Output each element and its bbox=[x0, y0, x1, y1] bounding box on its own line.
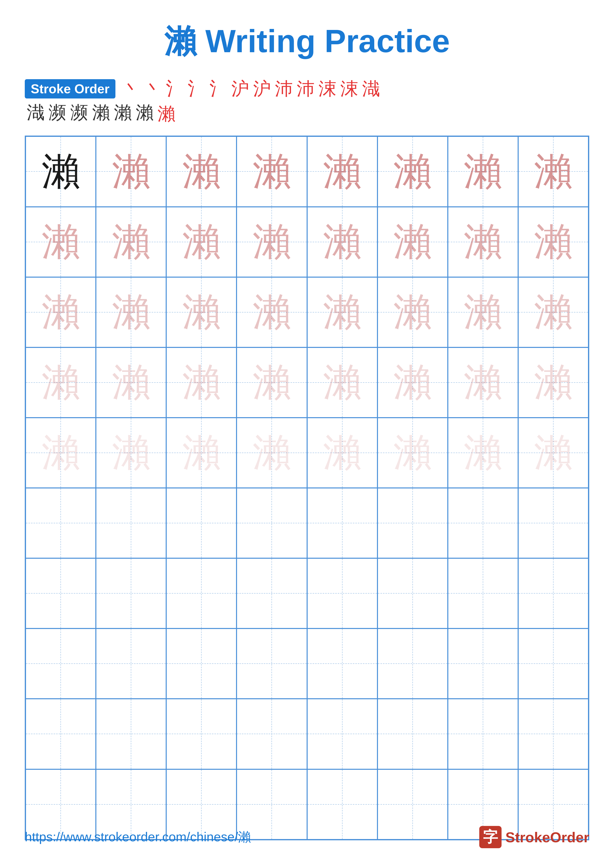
title-rest: Writing Practice bbox=[196, 23, 450, 59]
practice-char: 瀨 bbox=[253, 146, 291, 197]
grid-row-2: 瀨 瀨 瀨 瀨 瀨 瀨 瀨 瀨 bbox=[25, 207, 589, 277]
grid-cell: 瀨 bbox=[378, 136, 448, 207]
grid-cell: 瀨 bbox=[166, 418, 236, 488]
grid-cell: 瀨 bbox=[378, 277, 448, 347]
grid-cell: 瀨 bbox=[166, 277, 236, 347]
logo-char: 字 bbox=[483, 827, 498, 847]
grid-cell: 瀨 bbox=[448, 277, 518, 347]
practice-char: 瀨 bbox=[112, 216, 150, 268]
stroke-s8: 沛 bbox=[275, 78, 293, 99]
grid-cell: 瀨 bbox=[448, 207, 518, 277]
grid-cell bbox=[96, 558, 166, 628]
practice-char: 瀨 bbox=[323, 427, 361, 479]
grid-row-1: 瀨 瀨 瀨 瀨 瀨 瀨 瀨 瀨 bbox=[25, 136, 589, 207]
grid-cell: 瀨 bbox=[25, 277, 96, 347]
stroke-s2: 丶 bbox=[144, 78, 162, 99]
grid-cell bbox=[166, 488, 236, 558]
stroke-r2-s2: 濒 bbox=[48, 102, 66, 126]
practice-char: 瀨 bbox=[464, 146, 502, 197]
footer-url: https://www.strokeorder.com/chinese/瀨 bbox=[25, 828, 251, 846]
grid-row-4: 瀨 瀨 瀨 瀨 瀨 瀨 瀨 瀨 bbox=[25, 347, 589, 418]
grid-cell bbox=[236, 558, 307, 628]
grid-cell: 瀨 bbox=[518, 207, 589, 277]
grid-cell bbox=[166, 628, 236, 699]
practice-grid: 瀨 瀨 瀨 瀨 瀨 瀨 瀨 瀨 瀨 瀨 瀨 瀨 瀨 瀨 瀨 瀨 瀨 瀨 瀨 瀨 … bbox=[25, 136, 589, 840]
practice-char: 瀨 bbox=[182, 216, 221, 268]
grid-cell: 瀨 bbox=[166, 207, 236, 277]
stroke-r2-s6: 瀨 bbox=[136, 102, 154, 126]
grid-row-6 bbox=[25, 488, 589, 558]
practice-char: 瀨 bbox=[253, 427, 291, 479]
stroke-s3: 氵 bbox=[166, 78, 184, 99]
practice-char: 瀨 bbox=[182, 146, 221, 197]
grid-cell: 瀨 bbox=[518, 418, 589, 488]
stroke-chars-row1: 丶 丶 氵 氵 氵 沪 沪 沛 沛 涑 涑 渽 bbox=[120, 78, 382, 99]
grid-cell bbox=[166, 558, 236, 628]
grid-cell: 瀨 bbox=[236, 277, 307, 347]
logo-order: Order bbox=[550, 829, 589, 845]
practice-char: 瀨 bbox=[464, 286, 502, 338]
practice-char: 瀨 bbox=[42, 216, 80, 268]
stroke-order-badge: Stroke Order bbox=[25, 79, 115, 98]
practice-char: 瀨 bbox=[393, 356, 432, 408]
grid-cell bbox=[25, 628, 96, 699]
grid-cell bbox=[518, 699, 589, 769]
grid-cell: 瀨 bbox=[236, 136, 307, 207]
stroke-s4: 氵 bbox=[188, 78, 205, 99]
logo-stroke: Stroke bbox=[505, 829, 550, 845]
stroke-r2-s5: 瀨 bbox=[114, 102, 132, 126]
practice-char: 瀨 bbox=[534, 427, 572, 479]
practice-char: 瀨 bbox=[112, 356, 150, 408]
grid-cell: 瀨 bbox=[518, 347, 589, 418]
grid-cell: 瀨 bbox=[307, 207, 378, 277]
grid-cell: 瀨 bbox=[307, 136, 378, 207]
grid-cell bbox=[518, 488, 589, 558]
stroke-s11: 涑 bbox=[340, 78, 358, 99]
practice-char: 瀨 bbox=[464, 356, 502, 408]
grid-cell bbox=[307, 558, 378, 628]
page-title: 瀨 Writing Practice bbox=[164, 20, 450, 64]
title-char: 瀨 bbox=[164, 23, 196, 59]
grid-cell: 瀨 bbox=[96, 418, 166, 488]
footer-logo: 字 StrokeOrder bbox=[479, 826, 589, 848]
practice-char: 瀨 bbox=[464, 216, 502, 268]
practice-char: 瀨 bbox=[42, 427, 80, 479]
grid-cell bbox=[378, 488, 448, 558]
grid-cell bbox=[307, 628, 378, 699]
practice-char: 瀨 bbox=[393, 286, 432, 338]
practice-char: 瀨 bbox=[42, 146, 80, 197]
practice-char: 瀨 bbox=[42, 356, 80, 408]
stroke-s1: 丶 bbox=[122, 78, 140, 99]
grid-cell: 瀨 bbox=[307, 418, 378, 488]
grid-cell bbox=[307, 488, 378, 558]
grid-cell: 瀨 bbox=[236, 418, 307, 488]
practice-char: 瀨 bbox=[253, 356, 291, 408]
practice-char: 瀨 bbox=[182, 427, 221, 479]
stroke-r2-s3: 濒 bbox=[70, 102, 88, 126]
practice-char: 瀨 bbox=[534, 146, 572, 197]
grid-cell bbox=[25, 699, 96, 769]
practice-char: 瀨 bbox=[534, 356, 572, 408]
grid-cell bbox=[96, 628, 166, 699]
grid-cell: 瀨 bbox=[25, 418, 96, 488]
stroke-s7: 沪 bbox=[253, 78, 271, 99]
grid-cell bbox=[25, 488, 96, 558]
grid-cell: 瀨 bbox=[25, 136, 96, 207]
stroke-s6: 沪 bbox=[231, 78, 249, 99]
grid-cell: 瀨 bbox=[378, 207, 448, 277]
logo-text: StrokeOrder bbox=[505, 829, 589, 845]
grid-cell: 瀨 bbox=[448, 136, 518, 207]
stroke-order-row2: 渽 濒 濒 瀨 瀨 瀨 瀨 bbox=[25, 102, 589, 126]
practice-char: 瀨 bbox=[323, 216, 361, 268]
grid-cell bbox=[448, 488, 518, 558]
practice-char: 瀨 bbox=[182, 356, 221, 408]
grid-cell: 瀨 bbox=[448, 347, 518, 418]
grid-cell: 瀨 bbox=[307, 277, 378, 347]
grid-cell: 瀨 bbox=[25, 207, 96, 277]
grid-cell bbox=[448, 558, 518, 628]
stroke-s9: 沛 bbox=[297, 78, 314, 99]
stroke-s5: 氵 bbox=[210, 78, 227, 99]
practice-char: 瀨 bbox=[42, 286, 80, 338]
grid-row-5: 瀨 瀨 瀨 瀨 瀨 瀨 瀨 瀨 bbox=[25, 418, 589, 488]
stroke-r2-s4: 瀨 bbox=[92, 102, 110, 126]
